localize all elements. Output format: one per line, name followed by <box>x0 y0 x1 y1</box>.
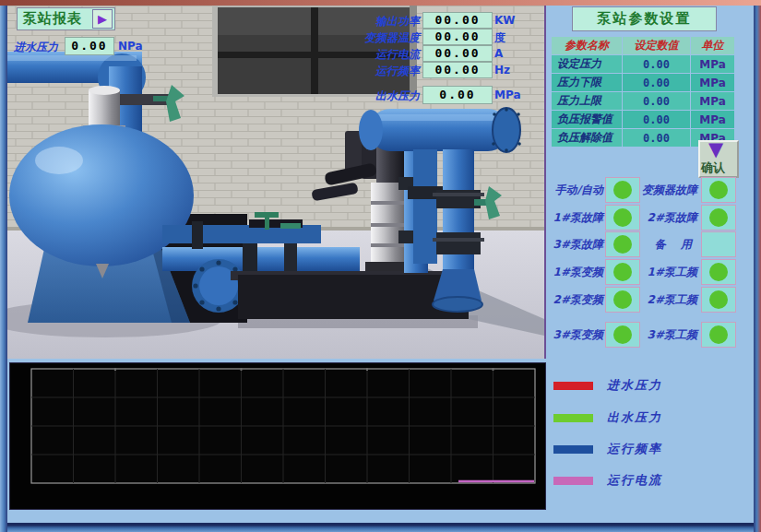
param-name: 负压报警值 <box>552 111 622 128</box>
pump-skid <box>238 275 469 319</box>
frame-left <box>0 6 7 532</box>
param-name: 压力上限 <box>552 92 622 110</box>
readout-label: 输出功率 <box>304 14 420 30</box>
status-lamp <box>709 290 728 309</box>
col-header-name: 参数名称 <box>552 37 622 54</box>
settings-title: 泵站参数设置 <box>572 6 717 31</box>
outlet-manifold <box>359 108 521 152</box>
status-label: 2#泵故障 <box>633 210 697 226</box>
readout-unit: 度 <box>494 30 505 46</box>
outlet-pressure-value: 0.00 <box>422 86 493 104</box>
readout-value: 00.00 <box>422 29 493 45</box>
frame-right <box>754 6 761 532</box>
readout-label: 变频器温度 <box>304 30 420 46</box>
readout-value: 00.00 <box>422 45 493 62</box>
status-indicator <box>701 322 736 348</box>
pump-body <box>365 183 410 271</box>
legend-swatch-current <box>553 477 593 485</box>
param-name: 负压解除值 <box>552 129 622 147</box>
inlet-pressure-value: 0.00 <box>65 37 114 55</box>
confirm-button[interactable]: ▼ 确认 <box>698 140 739 178</box>
frame-bottom <box>7 523 754 532</box>
col-header-value: 设定数值 <box>623 37 690 54</box>
status-label: 3#泵故障 <box>539 237 603 253</box>
readout-label: 运行频率 <box>304 64 420 79</box>
readout-value: 00.00 <box>422 12 493 29</box>
trend-chart <box>9 362 546 510</box>
param-value-field[interactable]: 0.00 <box>623 74 690 91</box>
status-indicator <box>701 205 736 231</box>
param-value-field[interactable]: 0.00 <box>623 55 690 73</box>
frame-top <box>0 0 761 6</box>
legend-label: 运行电流 <box>607 472 662 489</box>
status-lamp <box>613 325 632 344</box>
status-lamp <box>709 208 728 227</box>
status-label: 备 用 <box>633 237 697 253</box>
play-icon: ▶ <box>92 9 113 29</box>
param-unit: MPa <box>691 111 734 128</box>
status-lamp <box>613 181 632 199</box>
readout-value: 00.00 <box>422 62 493 78</box>
pump-station-hmi: 泵站报表 ▶ 进水压力 0.00 NPa 输出功率 00.00 KW 变频器温度… <box>0 0 761 532</box>
status-label: 1#泵工频 <box>633 265 697 280</box>
status-label: 手动/自动 <box>539 183 603 198</box>
readout-unit: KW <box>494 14 516 27</box>
readout-label: 运行电流 <box>304 47 420 63</box>
outlet-pressure-unit: MPa <box>494 89 521 101</box>
col-header-unit: 单位 <box>691 37 734 54</box>
status-label: 2#泵工频 <box>633 292 697 308</box>
legend-label: 进水压力 <box>607 377 662 394</box>
inlet-pressure-label: 进水压力 <box>14 40 58 55</box>
status-label: 变频器故障 <box>633 183 697 198</box>
trend-chart-plot <box>10 363 545 509</box>
status-indicator <box>701 287 736 313</box>
status-lamp <box>613 290 632 309</box>
inlet-pressure-unit: NPa <box>118 40 143 53</box>
param-name: 设定压力 <box>552 55 622 73</box>
report-button[interactable]: 泵站报表 ▶ <box>17 7 115 30</box>
legend-label: 出水压力 <box>607 409 662 426</box>
outlet-pressure-label: 出水压力 <box>304 89 420 104</box>
legend-swatch-outlet <box>553 414 593 422</box>
param-value-field[interactable]: 0.00 <box>623 111 690 128</box>
status-lamp <box>709 325 728 344</box>
status-lamp <box>709 181 728 199</box>
status-label: 2#泵变频 <box>539 292 603 308</box>
pressure-tank <box>9 124 194 266</box>
status-label: 1#泵变频 <box>539 265 603 280</box>
status-indicator <box>701 177 736 203</box>
scene-panel: 泵站报表 ▶ 进水压力 0.00 NPa 输出功率 00.00 KW 变频器温度… <box>7 6 546 359</box>
status-lamp <box>709 263 728 281</box>
param-unit: MPa <box>691 74 734 91</box>
param-unit: MPa <box>691 92 734 110</box>
status-label: 3#泵工频 <box>633 327 697 343</box>
status-lamp <box>613 208 632 227</box>
readout-unit: A <box>494 47 503 60</box>
readout-unit: Hz <box>494 64 510 77</box>
param-value-field[interactable]: 0.00 <box>623 92 690 110</box>
legend-swatch-frequency <box>553 445 593 454</box>
param-value-field[interactable]: 0.00 <box>623 129 690 147</box>
status-label: 1#泵故障 <box>539 210 603 226</box>
status-indicator <box>701 259 736 285</box>
status-lamp <box>613 263 632 281</box>
legend-swatch-inlet <box>553 382 593 390</box>
status-indicator <box>701 231 736 257</box>
report-button-label: 泵站报表 <box>23 10 82 28</box>
param-name: 压力下限 <box>552 74 622 91</box>
flanged-pipe-end <box>192 259 245 313</box>
confirm-button-label: 确认 <box>701 160 725 176</box>
parameter-table: 参数名称 设定数值 单位 设定压力 0.00 MPa 压力下限 0.00 MPa… <box>552 37 734 147</box>
legend-label: 运行频率 <box>607 441 662 457</box>
confirm-arrow-icon: ▼ <box>708 138 723 160</box>
param-unit: MPa <box>691 55 734 73</box>
status-lamp <box>613 235 632 254</box>
status-label: 3#泵变频 <box>539 327 603 343</box>
